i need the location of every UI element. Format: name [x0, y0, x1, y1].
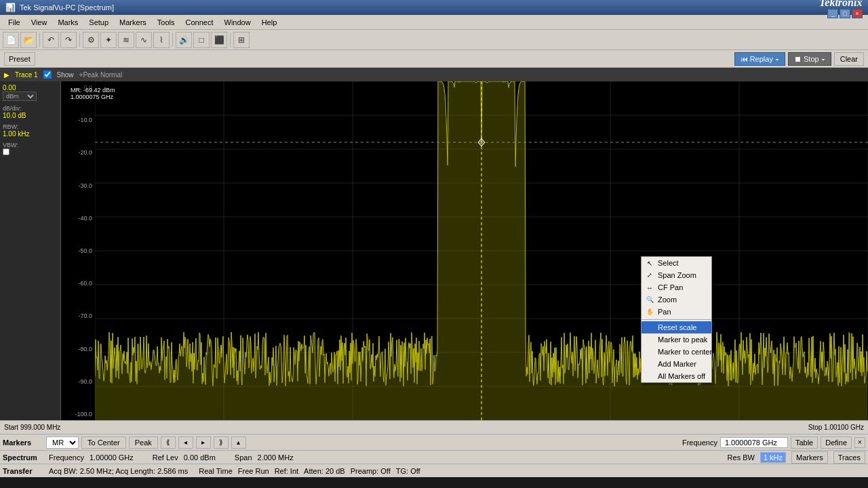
dbdiv-param: dB/div: 10.0 dB — [3, 105, 58, 119]
y-label-7: -70.0 — [61, 312, 95, 319]
titlebar-controls: Tektronix _ □ × — [819, 0, 863, 18]
ref-param: 0.00 dBm — [3, 84, 58, 101]
vbw-checkbox[interactable] — [3, 148, 9, 155]
ref-lev-label: Ref Lev — [153, 453, 178, 462]
menu-window[interactable]: Window — [219, 15, 256, 29]
y-label-5: -50.0 — [61, 247, 95, 254]
ctx-reset-scale[interactable]: Reset scale — [642, 321, 711, 333]
marker-prev[interactable]: ◂ — [178, 436, 193, 449]
titlebar: 📊 Tek SignalVu-PC [Spectrum] Tektronix _… — [0, 0, 868, 15]
trace-show-checkbox[interactable] — [43, 70, 52, 79]
freerun-label: Free Run — [238, 467, 269, 475]
marker-center-icon — [644, 346, 655, 357]
context-menu: ↖ Select ⤢ Span Zoom ↔ CF Pan 🔍 Zoom ✋ P… — [641, 256, 712, 383]
clear-button[interactable]: Clear — [834, 52, 864, 66]
chart-area[interactable]: 0.0 -10.0 -20.0 -30.0 -40.0 -50.0 -60.0 … — [61, 81, 868, 420]
freq-label: Frequency — [682, 439, 717, 447]
menu-file[interactable]: File — [3, 15, 26, 29]
rbw-param: RBW: 1.00 kHz — [3, 123, 58, 138]
trace-name: Trace 1 — [15, 71, 38, 79]
ctx-all-markers-off[interactable]: All Markers off — [642, 370, 711, 382]
menu-help[interactable]: Help — [256, 15, 283, 29]
main-area: 0.00 dBm dB/div: 10.0 dB RBW: 1.00 kHz V… — [0, 81, 868, 420]
menu-setup[interactable]: Setup — [83, 15, 114, 29]
new-button[interactable]: 📄 — [3, 32, 19, 48]
trace-show-label: Show — [57, 71, 74, 79]
ctx-reset-scale-label: Reset scale — [658, 323, 696, 331]
y-label-2: -20.0 — [61, 149, 95, 156]
menu-tools[interactable]: Tools — [152, 15, 180, 29]
transfer-label: Transfer — [3, 467, 43, 475]
tool6[interactable]: 🔊 — [176, 32, 192, 48]
settings-button[interactable]: ⚙ — [83, 32, 99, 48]
markers-btn[interactable]: Markers — [791, 451, 828, 464]
replaybar-left: Preset — [4, 52, 35, 66]
replaybar: Preset ⏮ Replay ▾ ⏹ Stop ▾ Clear — [0, 50, 868, 68]
marker-prev-prev[interactable]: ⟪ — [161, 436, 176, 449]
toolbar-sep-4 — [230, 33, 231, 47]
ref-lev-value: 0.00 dBm — [184, 453, 216, 462]
marker-next-next[interactable]: ⟫ — [214, 436, 229, 449]
marker-up[interactable]: ▴ — [231, 436, 246, 449]
ctx-select[interactable]: ↖ Select — [642, 257, 711, 269]
to-center-button[interactable]: To Center — [81, 436, 126, 449]
traces-btn[interactable]: Traces — [833, 451, 865, 464]
ref-unit-select[interactable]: dBm — [3, 92, 37, 101]
ctx-add-marker-label: Add Marker — [658, 360, 696, 368]
stop-freq-label: Stop 1.00100 GHz — [808, 424, 864, 431]
menu-connect[interactable]: Connect — [180, 15, 219, 29]
ref-value: 0.00 — [3, 84, 58, 92]
ctx-marker-to-center[interactable]: Marker to center — [642, 346, 711, 358]
left-panel: 0.00 dBm dB/div: 10.0 dB RBW: 1.00 kHz V… — [0, 81, 61, 420]
tool5[interactable]: ⌇ — [153, 32, 170, 48]
ctx-marker-to-peak[interactable]: Marker to peak — [642, 333, 711, 346]
ctx-span-zoom-label: Span Zoom — [658, 271, 696, 279]
tool7[interactable]: □ — [193, 32, 210, 48]
ctx-span-zoom[interactable]: ⤢ Span Zoom — [642, 269, 711, 281]
peak-button[interactable]: Peak — [129, 436, 158, 449]
spectrum-row: Spectrum Frequency 1.00000 GHz Ref Lev 0… — [0, 450, 868, 464]
marker-select[interactable]: MR — [46, 436, 79, 449]
menu-markers[interactable]: Markers — [114, 15, 152, 29]
toolbar-sep-3 — [172, 33, 173, 47]
reset-scale-icon — [644, 322, 655, 333]
ctx-cf-pan[interactable]: ↔ CF Pan — [642, 281, 711, 293]
toolbar: 📄 📂 ↶ ↷ ⚙ ✦ ≋ ∿ ⌇ 🔊 □ ⬛ ⊞ — [0, 30, 868, 50]
markers-tool-button[interactable]: ✦ — [100, 32, 117, 48]
tool4[interactable]: ∿ — [136, 32, 152, 48]
ctx-zoom[interactable]: 🔍 Zoom — [642, 293, 711, 306]
menu-view[interactable]: View — [26, 15, 53, 29]
y-label-3: -30.0 — [61, 182, 95, 189]
open-button[interactable]: 📂 — [20, 32, 37, 48]
zoom-icon: 🔍 — [644, 294, 655, 305]
menu-marks[interactable]: Marks — [52, 15, 83, 29]
ctx-pan[interactable]: ✋ Pan — [642, 306, 711, 318]
redo-button[interactable]: ↷ — [60, 32, 77, 48]
table-button[interactable]: Table — [791, 436, 818, 449]
define-button[interactable]: Define — [821, 436, 852, 449]
marker-next[interactable]: ▸ — [196, 436, 211, 449]
stop-button[interactable]: ⏹ Stop ▾ — [788, 52, 831, 66]
trace-peak-label: +Peak Normal — [79, 71, 123, 79]
markers-bar-label: Markers — [3, 439, 43, 447]
preset-button[interactable]: Preset — [4, 52, 35, 66]
ctx-zoom-label: Zoom — [658, 296, 677, 304]
tool9[interactable]: ⊞ — [233, 32, 250, 48]
tool3[interactable]: ≋ — [118, 32, 134, 48]
marker-info: MR: -69.42 dBm 1.0000075 GHz — [68, 85, 118, 102]
close-button[interactable]: × — [852, 9, 863, 18]
markers-close-button[interactable]: × — [854, 437, 865, 448]
tool8[interactable]: ⬛ — [211, 32, 227, 48]
cf-pan-icon: ↔ — [644, 282, 655, 293]
add-marker-icon — [644, 359, 655, 369]
ctx-sep-1 — [642, 319, 711, 320]
ctx-add-marker[interactable]: Add Marker — [642, 358, 711, 370]
spectrum-display[interactable] — [95, 81, 868, 420]
y-label-9: -90.0 — [61, 378, 95, 385]
replay-button[interactable]: ⏮ Replay ▾ — [734, 52, 785, 66]
maximize-button[interactable]: □ — [840, 9, 850, 18]
undo-button[interactable]: ↶ — [43, 32, 59, 48]
minimize-button[interactable]: _ — [827, 9, 838, 18]
marker-line1: MR: -69.42 dBm — [71, 87, 115, 94]
y-label-8: -80.0 — [61, 346, 95, 352]
